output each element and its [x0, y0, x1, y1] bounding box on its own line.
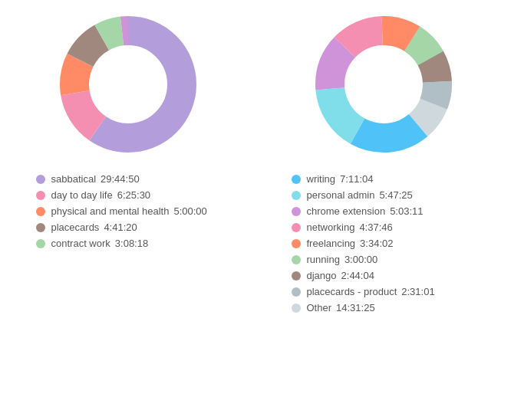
legend-label-placecards-product: placecards - product [307, 286, 397, 297]
legend-item-networking: networking 4:37:46 [292, 221, 491, 233]
legend-value-writing: 7:11:04 [340, 173, 373, 185]
legend-label-networking: networking [307, 221, 355, 233]
legend-label-writing: writing [307, 173, 336, 185]
legend-value-placecards: 4:41:20 [104, 221, 137, 233]
legend-item-writing: writing 7:11:04 [292, 173, 491, 185]
legend-value-day-to-day: 6:25:30 [117, 189, 150, 201]
legend-value-physical: 5:00:00 [173, 205, 206, 217]
right-donut-svg [307, 8, 460, 161]
legend-dot-running [292, 255, 301, 264]
legend-item-physical: physical and mental health 5:00:00 [36, 205, 236, 217]
legend-label-running: running [307, 254, 340, 265]
legend-label-day-to-day: day to day life [51, 189, 113, 201]
legend-item-placecards: placecards 4:41:20 [36, 221, 236, 233]
right-chart-section: writing 7:11:04 personal admin 5:47:25 c… [256, 8, 511, 318]
legend-item-contract: contract work 3:08:18 [36, 238, 236, 249]
legend-item-sabbatical: sabbatical 29:44:50 [36, 173, 236, 185]
legend-value-personal-admin: 5:47:25 [379, 189, 412, 201]
legend-item-freelancing: freelancing 3:34:02 [292, 238, 491, 249]
legend-dot-contract [36, 239, 45, 248]
left-donut-svg [51, 8, 205, 161]
legend-value-placecards-product: 2:31:01 [401, 286, 434, 297]
legend-dot-chrome-extension [292, 207, 301, 216]
legend-dot-writing [292, 175, 301, 184]
legend-value-networking: 4:37:46 [359, 221, 392, 233]
legend-dot-personal-admin [292, 191, 301, 200]
legend-value-other: 14:31:25 [336, 302, 375, 313]
svg-point-6 [91, 48, 165, 121]
legend-label-placecards: placecards [51, 221, 100, 233]
left-donut-chart [51, 8, 205, 161]
legend-item-django: django 2:44:04 [292, 270, 491, 281]
legend-label-chrome-extension: chrome extension [307, 205, 386, 217]
legend-dot-django [292, 271, 301, 281]
legend-item-personal-admin: personal admin 5:47:25 [292, 189, 491, 201]
legend-dot-physical [36, 207, 45, 216]
legend-value-sabbatical: 29:44:50 [101, 173, 140, 185]
legend-value-django: 2:44:04 [341, 270, 374, 281]
legend-item-running: running 3:00:00 [292, 254, 491, 265]
legend-label-contract: contract work [51, 238, 110, 249]
legend-label-other: Other [307, 302, 332, 313]
legend-value-contract: 3:08:18 [115, 238, 148, 249]
legend-label-django: django [307, 270, 337, 281]
legend-dot-placecards-product [292, 287, 301, 297]
right-donut-chart [307, 8, 460, 161]
legend-dot-other [292, 304, 301, 313]
legend-dot-freelancing [292, 239, 301, 248]
legend-label-personal-admin: personal admin [307, 189, 375, 201]
svg-point-16 [347, 48, 420, 121]
legend-item-placecards-product: placecards - product 2:31:01 [292, 286, 491, 297]
legend-dot-placecards [36, 223, 45, 232]
left-legend: sabbatical 29:44:50 day to day life 6:25… [21, 173, 236, 254]
legend-item-other: Other 14:31:25 [292, 302, 491, 313]
legend-dot-day-to-day [36, 191, 45, 200]
left-chart-section: sabbatical 29:44:50 day to day life 6:25… [0, 8, 256, 318]
legend-label-sabbatical: sabbatical [51, 173, 97, 185]
legend-dot-sabbatical [36, 175, 45, 184]
legend-label-physical: physical and mental health [51, 205, 170, 217]
legend-value-freelancing: 3:34:02 [360, 238, 393, 249]
legend-dot-networking [292, 223, 301, 232]
legend-label-freelancing: freelancing [307, 238, 356, 249]
legend-value-chrome-extension: 5:03:11 [390, 205, 423, 217]
legend-item-chrome-extension: chrome extension 5:03:11 [292, 205, 491, 217]
legend-item-day-to-day: day to day life 6:25:30 [36, 189, 236, 201]
legend-value-running: 3:00:00 [345, 254, 377, 265]
right-legend: writing 7:11:04 personal admin 5:47:25 c… [276, 173, 491, 318]
